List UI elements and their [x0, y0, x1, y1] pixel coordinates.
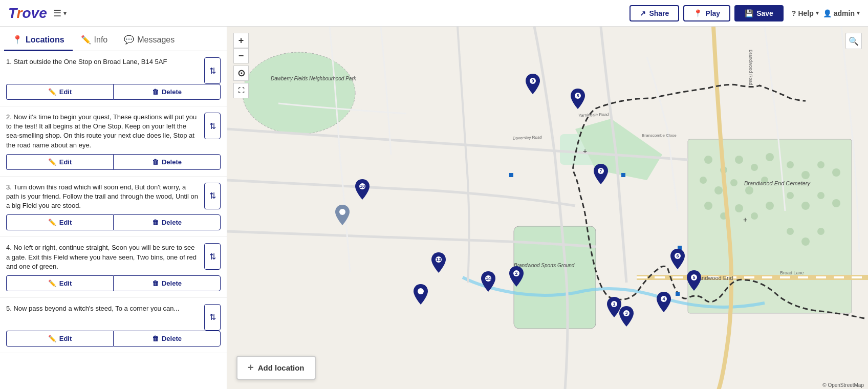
edit-button[interactable]: ✏️ Edit — [6, 331, 113, 347]
location-actions: ✏️ Edit 🗑 Delete — [6, 84, 221, 100]
delete-button[interactable]: 🗑 Delete — [113, 331, 221, 347]
svg-text:10: 10 — [360, 184, 365, 189]
location-actions: ✏️ Edit 🗑 Delete — [6, 154, 221, 170]
delete-label: Delete — [162, 335, 182, 342]
location-item-row: 5. Now pass beyond a witch's steed, To a… — [6, 304, 221, 331]
share-icon: ↗ — [640, 9, 646, 17]
save-label: Save — [756, 9, 773, 17]
location-actions: ✏️ Edit 🗑 Delete — [6, 331, 221, 347]
zoom-in-button[interactable]: + — [233, 33, 249, 48]
svg-point-25 — [787, 192, 794, 199]
svg-point-13 — [730, 179, 737, 186]
svg-text:13: 13 — [436, 257, 441, 262]
play-icon: 📍 — [693, 9, 702, 17]
messages-tab-icon: 💬 — [124, 35, 134, 45]
map-controls: + − ⊙ ⛶ — [233, 33, 249, 98]
list-item: 3. Turn down this road which will soon e… — [0, 177, 227, 237]
location-item-row: 2. Now it's time to begin your quest, Th… — [6, 113, 221, 154]
svg-point-27 — [817, 192, 824, 199]
svg-rect-48 — [676, 292, 680, 296]
info-tab-icon: ✏️ — [81, 35, 91, 45]
tab-info[interactable]: ✏️ Info — [73, 30, 116, 51]
delete-label: Delete — [162, 158, 182, 166]
edit-button[interactable]: ✏️ Edit — [6, 154, 113, 170]
svg-text:Branscombe Close: Branscombe Close — [642, 133, 677, 138]
header-actions: ↗ Share 📍 Play 💾 Save ? Help ▾ 👤 admin ▾ — [630, 5, 860, 21]
svg-point-24 — [832, 168, 840, 177]
save-icon: 💾 — [745, 9, 753, 17]
trash-icon: 🗑 — [152, 88, 159, 96]
tab-messages[interactable]: 💬 Messages — [116, 30, 183, 51]
trash-icon: 🗑 — [152, 335, 159, 342]
svg-text:14: 14 — [486, 276, 491, 281]
svg-point-19 — [751, 212, 758, 220]
svg-point-11 — [700, 177, 707, 184]
list-item: 2. Now it's time to begin your quest, Th… — [0, 106, 227, 177]
reorder-button[interactable]: ⇅ — [204, 243, 221, 270]
svg-text:7: 7 — [599, 168, 602, 174]
edit-label: Edit — [59, 335, 72, 342]
trash-icon: 🗑 — [152, 279, 159, 287]
main-container: 📍 Locations ✏️ Info 💬 Messages 1. Start … — [0, 27, 868, 389]
svg-rect-46 — [621, 173, 625, 177]
edit-icon: ✏️ — [48, 219, 56, 226]
edit-button[interactable]: ✏️ Edit — [6, 275, 113, 291]
svg-point-20 — [766, 202, 774, 210]
add-location-button[interactable]: + Add location — [236, 356, 316, 380]
map-background: Dawberry Fields Neighbourhood Park Brand… — [227, 27, 868, 389]
locate-button[interactable]: ⊙ — [233, 66, 249, 81]
location-actions: ✏️ Edit 🗑 Delete — [6, 275, 221, 291]
delete-button[interactable]: 🗑 Delete — [113, 154, 221, 170]
svg-text:Brandwood Sports Ground: Brandwood Sports Ground — [514, 263, 575, 268]
play-button[interactable]: 📍 Play — [683, 5, 730, 21]
search-icon: 🔍 — [849, 36, 859, 46]
share-label: Share — [649, 9, 669, 17]
hamburger-icon: ☰ — [53, 8, 61, 19]
header-menu-button[interactable]: ☰ ▾ — [53, 8, 67, 19]
zoom-out-button[interactable]: − — [233, 48, 249, 63]
location-text: 5. Now pass beyond a witch's steed, To a… — [6, 304, 200, 317]
svg-text:3: 3 — [625, 311, 627, 316]
svg-point-12 — [714, 186, 723, 194]
svg-point-9 — [751, 164, 758, 171]
reorder-button[interactable]: ⇅ — [204, 57, 221, 84]
chevron-down-icon: ▾ — [63, 10, 67, 17]
svg-text:1: 1 — [613, 301, 615, 307]
add-location-label: Add location — [258, 363, 305, 372]
locations-tab-label: Locations — [26, 35, 64, 45]
reorder-button[interactable]: ⇅ — [204, 113, 221, 139]
edit-icon: ✏️ — [48, 158, 56, 166]
map-area: Dawberry Fields Neighbourhood Park Brand… — [227, 27, 868, 389]
svg-point-31 — [817, 228, 824, 235]
sidebar-tabs: 📍 Locations ✏️ Info 💬 Messages — [0, 27, 227, 51]
reorder-button[interactable]: ⇅ — [204, 183, 221, 209]
svg-point-23 — [817, 161, 824, 168]
edit-button[interactable]: ✏️ Edit — [6, 84, 113, 100]
svg-text:2: 2 — [515, 271, 517, 276]
map-search-button[interactable]: 🔍 — [845, 33, 862, 49]
delete-button[interactable]: 🗑 Delete — [113, 275, 221, 291]
location-item-row: 1. Start outside the One Stop on Broad L… — [6, 57, 221, 84]
delete-label: Delete — [162, 88, 182, 96]
delete-label: Delete — [162, 279, 182, 287]
tab-locations[interactable]: 📍 Locations — [4, 30, 73, 51]
svg-text:+: + — [583, 147, 587, 155]
help-button[interactable]: ? Help ▾ — [792, 9, 819, 17]
edit-button[interactable]: ✏️ Edit — [6, 214, 113, 230]
location-text: 3. Turn down this road which will soon e… — [6, 183, 200, 215]
share-button[interactable]: ↗ Share — [630, 5, 679, 21]
svg-point-10 — [766, 153, 774, 161]
save-button[interactable]: 💾 Save — [734, 5, 784, 21]
reorder-button[interactable]: ⇅ — [204, 304, 221, 331]
edit-label: Edit — [59, 279, 72, 287]
sidebar: 📍 Locations ✏️ Info 💬 Messages 1. Start … — [0, 27, 227, 389]
location-list: 1. Start outside the One Stop on Broad L… — [0, 51, 227, 389]
admin-button[interactable]: 👤 admin ▾ — [823, 9, 860, 17]
fullscreen-button[interactable]: ⛶ — [233, 83, 249, 98]
delete-button[interactable]: 🗑 Delete — [113, 214, 221, 230]
play-label: Play — [705, 9, 720, 17]
header: Trove ☰ ▾ ↗ Share 📍 Play 💾 Save ? Help ▾… — [0, 0, 868, 27]
svg-text:4: 4 — [662, 296, 665, 301]
svg-text:8: 8 — [576, 93, 579, 98]
delete-button[interactable]: 🗑 Delete — [113, 84, 221, 100]
